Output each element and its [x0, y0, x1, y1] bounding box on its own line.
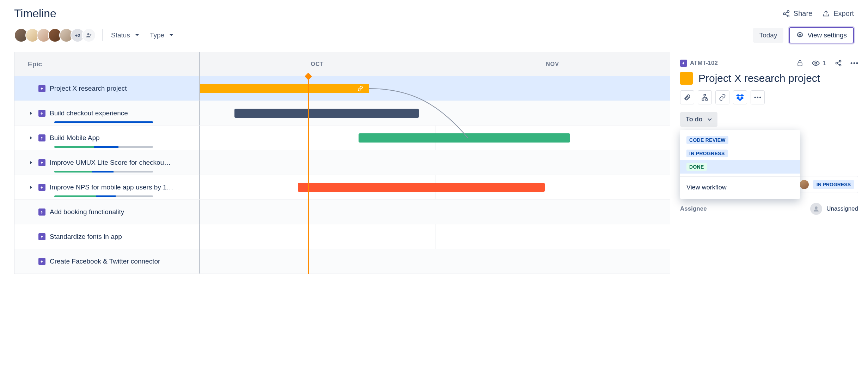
svg-point-0: [787, 10, 789, 12]
status-option[interactable]: DONE: [680, 160, 800, 174]
status-filter[interactable]: Status: [109, 29, 141, 42]
svg-point-23: [815, 206, 818, 209]
share-icon[interactable]: [835, 60, 842, 67]
svg-point-20: [754, 97, 756, 98]
view-workflow-link[interactable]: View workflow: [680, 180, 800, 195]
epic-row[interactable]: Improve NPS for mobile app users by 1…: [14, 175, 200, 200]
status-dropdown-button[interactable]: To do: [680, 112, 717, 127]
svg-point-8: [815, 62, 817, 64]
month-header: OCT: [200, 52, 435, 76]
epic-row[interactable]: Project X research project: [14, 76, 200, 101]
epic-name: Add booking functionality: [50, 208, 124, 216]
today-button[interactable]: Today: [753, 28, 784, 43]
watchers-button[interactable]: 1: [812, 59, 826, 67]
dropbox-button[interactable]: [733, 90, 747, 104]
epic-column-header: Epic: [14, 52, 200, 76]
epic-icon: [680, 60, 687, 67]
assignee-value[interactable]: Unassigned: [810, 203, 858, 215]
separator: [680, 176, 800, 177]
gantt-row[interactable]: [200, 175, 670, 200]
dependency-link-icon[interactable]: [356, 84, 365, 93]
gantt-row[interactable]: [200, 76, 670, 101]
svg-point-11: [839, 64, 841, 66]
more-tools-button[interactable]: [751, 90, 765, 104]
expand-toggle[interactable]: [28, 111, 34, 115]
epic-color-swatch[interactable]: [680, 72, 693, 85]
add-people-button[interactable]: [82, 28, 96, 42]
share-button[interactable]: Share: [782, 10, 812, 18]
lock-icon[interactable]: [796, 60, 803, 67]
epic-row[interactable]: Improve UMUX Lite Score for checkou…: [14, 150, 200, 175]
epic-row[interactable]: Build checkout experience: [14, 101, 200, 126]
more-icon[interactable]: [850, 62, 858, 64]
progress-bar: [54, 121, 153, 123]
timeline-bar[interactable]: [298, 183, 545, 192]
expand-toggle[interactable]: [28, 136, 34, 140]
svg-point-22: [759, 97, 761, 98]
svg-point-10: [836, 62, 838, 64]
status-lozenge: IN PROGRESS: [686, 150, 728, 157]
share-label: Share: [794, 10, 812, 18]
page-title: Timeline: [14, 7, 56, 20]
epic-icon: [38, 233, 45, 240]
view-settings-label: View settings: [807, 31, 847, 39]
assignee-name: Unassigned: [826, 205, 858, 212]
svg-rect-17: [704, 95, 706, 96]
epic-icon: [38, 184, 45, 191]
attach-button[interactable]: [680, 90, 694, 104]
svg-line-12: [837, 61, 839, 62]
epic-name: Improve UMUX Lite Score for checkou…: [50, 159, 171, 167]
epic-name: Improve NPS for mobile app users by 1…: [50, 183, 173, 191]
status-option[interactable]: CODE REVIEW: [680, 133, 800, 147]
progress-bar: [54, 146, 153, 148]
svg-line-13: [837, 64, 839, 65]
gantt-row[interactable]: [200, 224, 670, 249]
epic-name: Create Facebook & Twitter connector: [50, 258, 160, 265]
status-option[interactable]: IN PROGRESS: [680, 147, 800, 160]
epic-icon: [38, 258, 45, 265]
assignee-avatar[interactable]: [799, 179, 809, 190]
epic-row[interactable]: Create Facebook & Twitter connector: [14, 249, 200, 274]
epic-name: Build Mobile App: [50, 134, 100, 142]
unassigned-avatar-icon: [810, 203, 822, 215]
timeline-bar[interactable]: [200, 84, 369, 93]
gantt-row[interactable]: [200, 101, 670, 126]
svg-point-5: [87, 33, 90, 35]
export-button[interactable]: Export: [822, 10, 854, 18]
svg-line-3: [785, 12, 787, 13]
epic-icon: [38, 110, 45, 117]
timeline-bar[interactable]: [359, 133, 570, 143]
issue-key-text: ATMT-102: [690, 60, 718, 67]
collaborator-avatars[interactable]: +2: [14, 28, 96, 42]
epic-name: Standardize fonts in app: [50, 233, 122, 241]
svg-rect-19: [706, 99, 708, 100]
today-indicator: [308, 76, 309, 274]
gantt-row[interactable]: [200, 200, 670, 224]
view-settings-button[interactable]: View settings: [789, 27, 854, 43]
gantt-row[interactable]: [200, 126, 670, 150]
expand-toggle[interactable]: [28, 161, 34, 164]
svg-rect-18: [702, 99, 704, 100]
share-icon: [782, 10, 790, 18]
epic-name: Project X research project: [50, 85, 127, 92]
child-issue-button[interactable]: [698, 90, 712, 104]
export-label: Export: [833, 10, 854, 18]
expand-toggle[interactable]: [28, 186, 34, 189]
status-label: To do: [686, 116, 703, 123]
epic-row[interactable]: Standardize fonts in app: [14, 224, 200, 249]
chevron-down-icon: [135, 34, 139, 37]
link-button[interactable]: [715, 90, 729, 104]
epic-row[interactable]: Add booking functionality: [14, 200, 200, 224]
timeline-bar[interactable]: [234, 109, 419, 118]
chevron-down-icon: [169, 34, 173, 37]
issue-title[interactable]: Project X research project: [698, 72, 820, 84]
issue-key[interactable]: ATMT-102: [680, 60, 718, 67]
progress-bar: [54, 195, 153, 197]
gantt-row[interactable]: [200, 249, 670, 274]
epic-row[interactable]: Build Mobile App: [14, 126, 200, 150]
epic-name: Build checkout experience: [50, 109, 128, 117]
type-filter[interactable]: Type: [148, 29, 176, 42]
gantt-row[interactable]: [200, 150, 670, 175]
svg-point-21: [757, 97, 759, 98]
svg-rect-7: [798, 63, 802, 66]
